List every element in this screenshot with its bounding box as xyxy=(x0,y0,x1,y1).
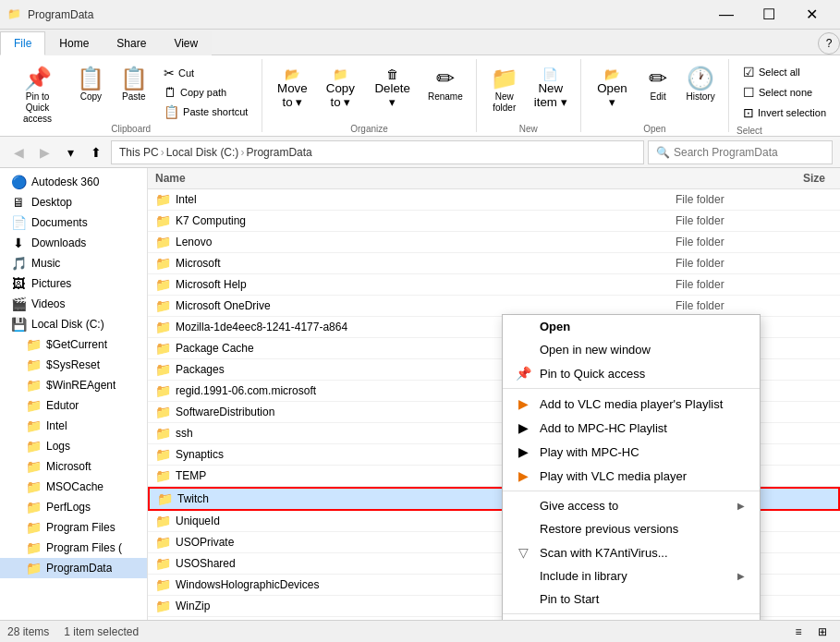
help-button[interactable]: ? xyxy=(818,32,840,55)
path-programdata[interactable]: ProgramData xyxy=(246,146,311,159)
ctx-scan-k7[interactable]: ▽ Scan with K7AntiVirus... xyxy=(503,540,760,564)
ctx-include-library[interactable]: Include in library ▶ xyxy=(503,564,760,587)
path-thispc[interactable]: This PC xyxy=(119,146,159,159)
ctx-mpc-icon: ▶ xyxy=(514,420,532,435)
file-row-lenovo[interactable]: 📁 Lenovo File folder xyxy=(148,232,840,253)
rename-button[interactable]: ✏ Rename xyxy=(422,63,469,122)
ctx-pin-quick[interactable]: 📌 Pin to Quick access xyxy=(503,361,760,385)
file-row-k7[interactable]: 📁 K7 Computing File folder xyxy=(148,211,840,232)
ctx-add-vlc-label: Add to VLC media player's Playlist xyxy=(540,397,723,411)
ctx-restore-versions[interactable]: Restore previous versions xyxy=(503,517,760,540)
close-button[interactable]: ✕ xyxy=(790,0,833,30)
sidebar-item-music[interactable]: 🎵 Music xyxy=(0,253,147,273)
paste-label: Paste xyxy=(122,91,146,103)
select-all-button[interactable]: ☑ Select all xyxy=(737,63,833,81)
sidebar-item-ssysreset[interactable]: 📁 $SysReset xyxy=(0,355,147,375)
item-count: 28 items xyxy=(7,625,49,638)
tab-home[interactable]: Home xyxy=(45,31,103,55)
ctx-play-mpc[interactable]: ▶ Play with MPC-HC xyxy=(503,440,760,464)
sidebar-item-autodesk360[interactable]: 🔵 Autodesk 360 xyxy=(0,172,147,192)
sidebar-item-edutor[interactable]: 📁 Edutor xyxy=(0,395,147,416)
sidebar-item-microsoft[interactable]: 📁 Microsoft xyxy=(0,456,147,477)
path-localdisk[interactable]: Local Disk (C:) xyxy=(166,146,239,159)
new-item-button[interactable]: 📄 Newitem ▾ xyxy=(529,63,573,122)
paste-large-button[interactable]: 📋 Paste xyxy=(115,63,153,122)
sidebar-item-perflogs[interactable]: 📁 PerfLogs xyxy=(0,497,147,517)
ctx-play-vlc[interactable]: ▶ Play with VLC media player xyxy=(503,464,760,488)
videos-icon: 🎬 xyxy=(11,297,26,311)
sidebar-item-downloads[interactable]: ⬇ Downloads xyxy=(0,233,147,253)
invert-selection-label: Invert selection xyxy=(758,107,826,118)
sidebar-label-intel: Intel xyxy=(46,419,67,432)
move-to-button[interactable]: 📂 Moveto ▾ xyxy=(270,63,314,122)
sidebar-item-program-files[interactable]: 📁 Program Files xyxy=(0,517,147,538)
history-button[interactable]: 🕐 History xyxy=(680,63,721,122)
open-content: 📂 Open ▾ ✏ Edit 🕐 History xyxy=(589,63,721,122)
recent-locations-button[interactable]: ▾ xyxy=(59,141,81,164)
open-button[interactable]: 📂 Open ▾ xyxy=(589,63,636,122)
msocache-icon: 📁 xyxy=(26,479,41,494)
delete-button[interactable]: 🗑 Delete ▾ xyxy=(366,63,419,122)
back-button[interactable]: ◀ xyxy=(7,141,30,164)
file-row-intel[interactable]: 📁 Intel File folder xyxy=(148,189,840,211)
file-row-microsoft-help[interactable]: 📁 Microsoft Help File folder xyxy=(148,274,840,296)
maximize-button[interactable]: ☐ xyxy=(748,0,790,30)
ctx-play-vlc-icon: ▶ xyxy=(514,468,532,483)
file-row-microsoft[interactable]: 📁 Microsoft File folder xyxy=(148,253,840,274)
tiles-view-button[interactable]: ⊞ xyxy=(812,623,833,641)
address-path[interactable]: This PC › Local Disk (C:) › ProgramData xyxy=(111,140,644,164)
sidebar-item-localdisk[interactable]: 💾 Local Disk (C:) xyxy=(0,314,147,334)
k7-icon: 📁 xyxy=(155,213,170,228)
window-icon: 📁 xyxy=(7,7,22,22)
up-button[interactable]: ⬆ xyxy=(85,141,107,164)
sidebar-label-ssysreset: $SysReset xyxy=(46,358,100,371)
ctx-pin-start-label: Pin to Start xyxy=(540,592,599,606)
swinreagent-icon: 📁 xyxy=(26,378,41,393)
cut-label: Cut xyxy=(178,67,194,79)
tab-file[interactable]: File xyxy=(0,31,45,55)
program-files-icon: 📁 xyxy=(26,520,41,535)
sidebar-item-intel[interactable]: 📁 Intel xyxy=(0,416,147,436)
sidebar-item-swinreagent[interactable]: 📁 $WinREAgent xyxy=(0,375,147,395)
ctx-give-access[interactable]: Give access to ▶ xyxy=(503,494,760,517)
paste-shortcut-button[interactable]: 📋 Paste shortcut xyxy=(157,103,254,121)
sidebar-item-desktop[interactable]: 🖥 Desktop xyxy=(0,192,147,212)
ctx-send-to[interactable]: Send to ▶ xyxy=(503,617,760,620)
sidebar-item-pictures[interactable]: 🖼 Pictures xyxy=(0,273,147,294)
copy-to-button[interactable]: 📁 Copyto ▾ xyxy=(318,63,362,122)
forward-button[interactable]: ▶ xyxy=(33,141,55,164)
ctx-open-new-window[interactable]: Open in new window xyxy=(503,338,760,361)
details-view-button[interactable]: ≡ xyxy=(788,623,809,641)
sidebar-item-sgetcurrent[interactable]: 📁 $GetCurrent xyxy=(0,334,147,355)
pin-label: Pin to Quickaccess xyxy=(14,91,61,125)
minimize-button[interactable]: — xyxy=(705,0,748,30)
cut-button[interactable]: ✂ Cut xyxy=(157,64,254,82)
copy-large-button[interactable]: 📋 Copy xyxy=(71,63,110,122)
ctx-open[interactable]: Open xyxy=(503,315,760,338)
music-icon: 🎵 xyxy=(11,256,26,271)
sidebar-label-desktop: Desktop xyxy=(31,196,72,209)
invert-selection-button[interactable]: ⊡ Invert selection xyxy=(737,103,833,122)
sidebar-item-logs[interactable]: 📁 Logs xyxy=(0,436,147,456)
new-folder-button[interactable]: 📁 Newfolder xyxy=(484,63,525,122)
tab-share[interactable]: Share xyxy=(103,31,160,55)
microsoft-folder-icon: 📁 xyxy=(155,256,170,271)
sidebar-item-programdata[interactable]: 📁 ProgramData xyxy=(0,558,147,578)
ctx-add-mpc[interactable]: ▶ Add to MPC-HC Playlist xyxy=(503,416,760,440)
pin-quick-access-button[interactable]: 📌 Pin to Quickaccess xyxy=(7,63,67,122)
sidebar-item-msocache[interactable]: 📁 MSOCache xyxy=(0,477,147,497)
program-files-x86-icon: 📁 xyxy=(26,540,41,555)
tab-view[interactable]: View xyxy=(160,31,212,55)
ctx-add-vlc[interactable]: ▶ Add to VLC media player's Playlist xyxy=(503,392,760,416)
search-input[interactable] xyxy=(674,146,824,159)
ctx-pin-start[interactable]: Pin to Start xyxy=(503,587,760,611)
copy-to-icon: 📁 xyxy=(333,67,348,81)
copy-path-button[interactable]: 🗒 Copy path xyxy=(157,83,254,102)
ctx-sep3 xyxy=(503,613,760,614)
sidebar-item-documents[interactable]: 📄 Documents xyxy=(0,212,147,233)
sidebar-item-videos[interactable]: 🎬 Videos xyxy=(0,294,147,314)
sidebar-item-program-files-x86[interactable]: 📁 Program Files ( xyxy=(0,538,147,558)
onedrive-type: File folder xyxy=(676,299,768,312)
select-none-button[interactable]: ☐ Select none xyxy=(737,83,833,102)
edit-button[interactable]: ✏ Edit xyxy=(639,63,676,122)
